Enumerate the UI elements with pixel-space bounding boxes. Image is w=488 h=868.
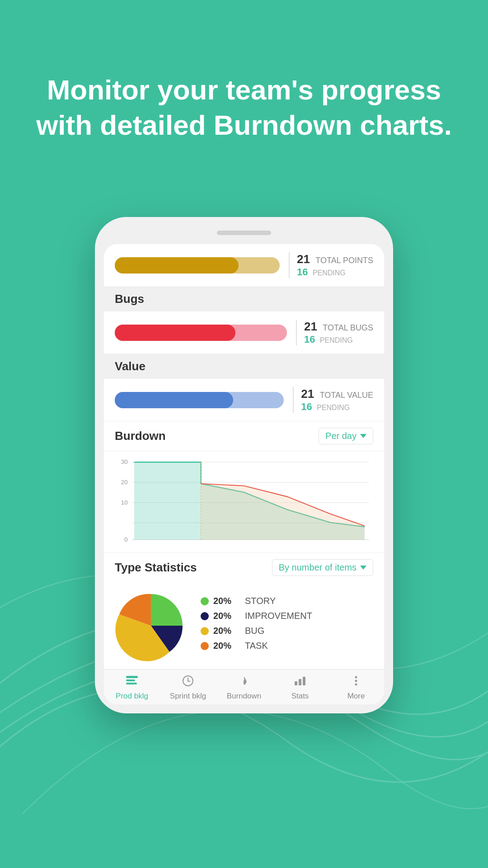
phone-notch [217, 231, 271, 235]
bugs-pending-number: 16 [304, 334, 315, 345]
points-total: 21 TOTAL POINTS [297, 252, 373, 266]
type-stats-pie-chart [115, 590, 187, 662]
nav-item-prod-bklg[interactable]: Prod bklg [104, 670, 160, 704]
value-section-label: Value [115, 359, 145, 373]
value-total: 21 TOTAL VALUE [301, 387, 373, 401]
phone-screen: 21 TOTAL POINTS 16 PENDING Bugs 21 T [104, 244, 384, 704]
phone-mockup: 21 TOTAL POINTS 16 PENDING Bugs 21 T [95, 217, 393, 713]
bugs-section-header: Bugs [104, 287, 384, 311]
nav-label-stats: Stats [291, 692, 309, 701]
svg-text:30: 30 [121, 458, 128, 465]
points-bar-container [115, 257, 280, 274]
value-total-number: 21 [301, 387, 314, 401]
burdown-dropdown[interactable]: Per day [319, 428, 373, 444]
bugs-pending-label: PENDING [320, 336, 353, 344]
nav-icon-more [349, 675, 363, 690]
legend-item-task: 20% TASK [201, 641, 373, 651]
bugs-stat-row: 21 TOTAL BUGS 16 PENDING [104, 311, 384, 354]
svg-text:0: 0 [124, 536, 127, 543]
burdown-header: Burdown Per day [104, 421, 384, 451]
legend-pct-story: 20% [213, 596, 240, 606]
svg-rect-13 [126, 679, 135, 681]
chevron-down-icon-2 [360, 566, 366, 570]
value-total-label: TOTAL VALUE [320, 391, 373, 400]
bugs-pending: 16 PENDING [304, 334, 373, 345]
points-stat-row: 21 TOTAL POINTS 16 PENDING [104, 244, 384, 287]
svg-point-20 [355, 680, 357, 682]
hero-text: Monitor your team's progress with detail… [0, 72, 488, 142]
legend-label-bug: BUG [245, 626, 264, 636]
svg-point-19 [355, 676, 357, 679]
value-bar-container [115, 392, 284, 408]
legend-pct-bug: 20% [213, 626, 240, 636]
value-section-header: Value [104, 354, 384, 379]
type-stats-dropdown[interactable]: By number of items [272, 559, 373, 576]
points-pending: 16 PENDING [297, 266, 373, 278]
points-pending-label: PENDING [313, 269, 346, 277]
value-bar-fill [115, 392, 233, 408]
nav-icon-stats [293, 675, 307, 690]
legend-dot-task [201, 642, 209, 650]
svg-rect-18 [303, 677, 305, 685]
bugs-total-label: TOTAL BUGS [323, 323, 373, 332]
nav-label-prod-bklg: Prod bklg [116, 692, 148, 701]
nav-item-sprint-bklg[interactable]: Sprint bklg [160, 670, 216, 704]
chevron-down-icon [360, 434, 366, 438]
svg-rect-12 [126, 676, 138, 678]
bugs-bar-container [115, 325, 287, 341]
legend-label-improvement: IMPROVEMENT [245, 611, 312, 621]
points-bar-fill [115, 257, 239, 274]
nav-icon-burndown [237, 675, 251, 690]
points-total-number: 21 [297, 252, 310, 266]
svg-rect-14 [126, 683, 137, 684]
bugs-stat-values: 21 TOTAL BUGS 16 PENDING [296, 320, 373, 345]
type-stats-dropdown-label: By number of items [279, 562, 357, 573]
legend-dot-bug [201, 627, 209, 635]
nav-icon-prod-bklg [125, 675, 139, 690]
value-pending: 16 PENDING [301, 401, 373, 413]
legend-item-improvement: 20% IMPROVEMENT [201, 611, 373, 621]
bugs-total-number: 21 [304, 320, 317, 333]
bottom-nav: Prod bklg Sprint bklg Burndown [104, 669, 384, 704]
bugs-section-label: Bugs [115, 292, 144, 306]
hero-line1: Monitor your team's progress [47, 74, 441, 105]
points-pending-number: 16 [297, 266, 308, 278]
svg-rect-16 [295, 681, 297, 685]
nav-label-burndown: Burndown [227, 692, 262, 701]
type-stats-header: Type Statistics By number of items [104, 552, 384, 582]
nav-item-more[interactable]: More [328, 670, 384, 704]
type-stats-legend: 20% STORY 20% IMPROVEMENT 20% BUG 20% TA… [201, 596, 373, 656]
svg-rect-17 [299, 679, 301, 685]
burdown-dropdown-label: Per day [325, 431, 357, 441]
hero-line2: with detailed Burndown charts. [36, 109, 452, 141]
burdown-chart: 30 20 10 0 [115, 456, 373, 546]
svg-point-21 [355, 684, 357, 686]
legend-item-bug: 20% BUG [201, 626, 373, 636]
legend-label-task: TASK [245, 641, 268, 651]
value-stat-row: 21 TOTAL VALUE 16 PENDING [104, 379, 384, 421]
svg-text:20: 20 [121, 479, 128, 486]
type-stats-content: 20% STORY 20% IMPROVEMENT 20% BUG 20% TA… [104, 582, 384, 669]
nav-label-more: More [347, 692, 365, 701]
value-pending-label: PENDING [317, 404, 350, 411]
points-total-label: TOTAL POINTS [315, 256, 373, 265]
legend-dot-improvement [201, 612, 209, 620]
svg-marker-10 [201, 484, 365, 540]
nav-item-stats[interactable]: Stats [272, 670, 328, 704]
nav-label-sprint-bklg: Sprint bklg [170, 692, 206, 701]
value-stat-values: 21 TOTAL VALUE 16 PENDING [293, 387, 373, 413]
burdown-chart-area: 30 20 10 0 [104, 451, 384, 552]
points-stat-values: 21 TOTAL POINTS 16 PENDING [289, 252, 373, 278]
svg-text:10: 10 [121, 499, 128, 506]
burdown-title: Burdown [115, 429, 166, 443]
nav-item-burndown[interactable]: Burndown [216, 670, 272, 704]
legend-pct-improvement: 20% [213, 611, 240, 621]
legend-dot-story [201, 597, 209, 605]
value-pending-number: 16 [301, 401, 312, 412]
bugs-bar-fill [115, 325, 235, 341]
legend-label-story: STORY [245, 596, 276, 606]
type-stats-title: Type Statistics [115, 561, 197, 575]
legend-item-story: 20% STORY [201, 596, 373, 606]
nav-icon-sprint-bklg [181, 675, 195, 690]
legend-pct-task: 20% [213, 641, 240, 651]
